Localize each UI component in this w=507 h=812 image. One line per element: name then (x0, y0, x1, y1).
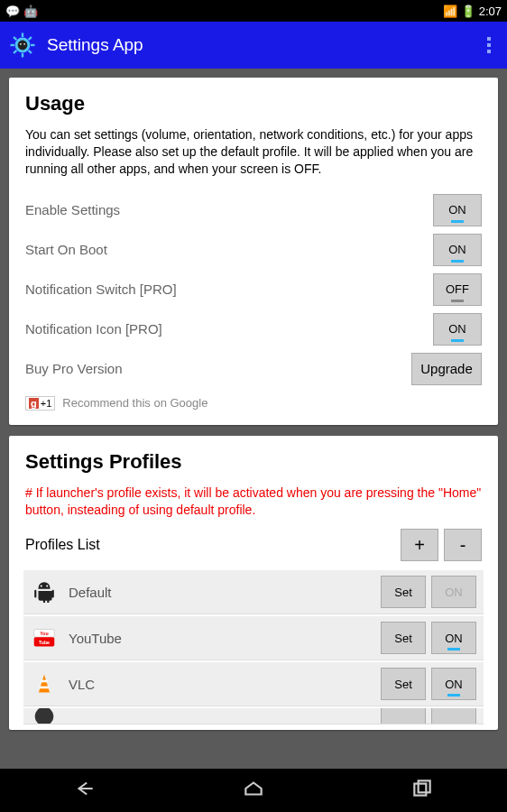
status-bar: 💬 🤖 📶 🔋 2:07 (0, 0, 507, 22)
home-button[interactable] (242, 777, 265, 804)
gplus-row: g +1 Recommend this on Google (25, 396, 482, 411)
android-icon: 🤖 (23, 5, 38, 18)
speech-bubble-icon: 💬 (5, 5, 20, 18)
row-buy-pro: Buy Pro Version Upgrade (25, 349, 482, 389)
toggle-button[interactable] (431, 708, 476, 724)
app-gear-icon (9, 32, 36, 59)
svg-text:You: You (40, 632, 48, 637)
vlc-icon (31, 670, 58, 697)
svg-point-12 (41, 586, 42, 587)
profiles-card: Settings Profiles # If launcher's profil… (9, 436, 498, 731)
svg-rect-20 (40, 687, 49, 689)
svg-marker-18 (39, 675, 50, 693)
row-start-on-boot: Start On Boot ON (25, 230, 482, 270)
gplus-text: Recommend this on Google (62, 396, 207, 410)
add-profile-button[interactable]: + (401, 529, 438, 561)
svg-rect-22 (415, 784, 427, 796)
content-scroll[interactable]: Usage You can set settings (volume, orie… (0, 69, 507, 769)
recents-button[interactable] (410, 777, 434, 804)
profiles-heading: Settings Profiles (25, 450, 482, 474)
profile-row-partial[interactable] (23, 708, 484, 724)
toggle-start-on-boot[interactable]: ON (433, 234, 482, 266)
usage-card: Usage You can set settings (volume, orie… (9, 78, 498, 425)
label: Notification Icon [PRO] (25, 321, 433, 337)
set-button[interactable]: Set (381, 622, 426, 654)
profile-row-youtube[interactable]: YouTube YouTube Set ON (23, 616, 484, 660)
page-title: Settings App (47, 35, 143, 55)
svg-rect-2 (22, 53, 23, 58)
app-icon (31, 708, 58, 724)
label: Start On Boot (25, 242, 433, 257)
upgrade-button[interactable]: Upgrade (411, 353, 482, 385)
svg-rect-3 (11, 44, 15, 46)
toggle-button[interactable]: ON (431, 622, 476, 654)
svg-rect-7 (13, 50, 17, 54)
svg-point-9 (18, 41, 28, 51)
gplus-button[interactable]: g +1 (25, 396, 55, 411)
row-enable-settings: Enable Settings ON (25, 190, 482, 230)
usage-description: You can set settings (volume, orientatio… (25, 126, 482, 178)
svg-rect-6 (28, 36, 32, 41)
row-notification-icon: Notification Icon [PRO] ON (25, 309, 482, 349)
svg-point-11 (23, 43, 25, 45)
toggle-button[interactable]: ON (431, 668, 476, 700)
wifi-icon: 📶 (443, 5, 457, 18)
overflow-menu-button[interactable] (480, 30, 498, 60)
row-notification-switch: Notification Switch [PRO] OFF (25, 270, 482, 309)
android-icon (31, 578, 58, 605)
set-button[interactable]: Set (381, 668, 426, 700)
profile-name: VLC (69, 677, 375, 692)
google-g-icon: g (29, 398, 39, 409)
set-button[interactable] (381, 708, 426, 724)
toggle-notification-switch[interactable]: OFF (433, 273, 482, 306)
toggle-notification-icon[interactable]: ON (433, 313, 482, 346)
profile-row-default[interactable]: Default Set ON (23, 570, 484, 614)
svg-point-10 (20, 43, 22, 45)
profile-name: Default (69, 585, 375, 600)
svg-rect-19 (41, 680, 48, 683)
toggle-button[interactable]: ON (431, 576, 476, 608)
clock: 2:07 (479, 5, 502, 18)
toggle-enable-settings[interactable]: ON (433, 194, 482, 226)
svg-text:Tube: Tube (39, 640, 50, 645)
action-bar: Settings App (0, 22, 507, 69)
profiles-warning: # If launcher's profile exists, it will … (25, 484, 482, 519)
youtube-icon: YouTube (31, 624, 58, 651)
label: Notification Switch [PRO] (25, 281, 433, 297)
profiles-list-head: Profiles List + - (25, 529, 482, 561)
set-button[interactable]: Set (381, 576, 426, 608)
svg-point-21 (35, 708, 54, 724)
svg-rect-23 (419, 780, 430, 792)
label: Enable Settings (25, 202, 433, 217)
back-button[interactable] (73, 777, 97, 804)
usage-heading: Usage (25, 92, 482, 115)
svg-rect-4 (31, 44, 35, 46)
remove-profile-button[interactable]: - (444, 529, 482, 561)
battery-icon: 🔋 (461, 5, 475, 18)
profile-name: YouTube (69, 631, 375, 646)
navigation-bar (0, 769, 507, 812)
profile-row-vlc[interactable]: VLC Set ON (23, 662, 484, 706)
svg-point-13 (46, 586, 48, 587)
svg-rect-5 (13, 36, 17, 41)
svg-rect-8 (28, 50, 32, 54)
label: Buy Pro Version (25, 361, 411, 376)
profiles-list-label: Profiles List (25, 537, 395, 553)
svg-rect-1 (22, 33, 23, 38)
